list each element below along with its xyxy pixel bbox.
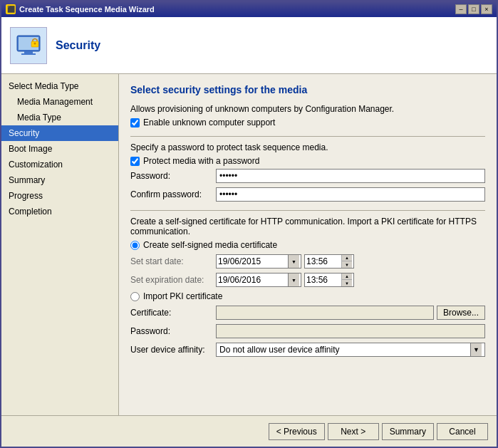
user-affinity-value: Do not allow user device affinity <box>219 345 340 355</box>
close-button[interactable]: × <box>481 4 492 14</box>
import-pki-radio[interactable] <box>130 292 140 301</box>
expiry-date-label: Set expiration date: <box>130 275 216 285</box>
protect-media-label: Protect media with a password <box>143 156 259 166</box>
password-label: Password: <box>130 171 216 181</box>
pki-password-row: Password: <box>130 324 485 338</box>
start-time-value: 13:56 <box>306 256 328 266</box>
password-row: Password: <box>130 169 485 183</box>
browse-button[interactable]: Browse... <box>437 306 485 320</box>
expiry-date-combo[interactable]: 19/06/2016 ▼ <box>216 273 301 287</box>
user-affinity-label: User device affinity: <box>130 345 216 355</box>
sidebar-item-customization[interactable]: Customization <box>1 157 118 172</box>
password-section: Specify a password to protect task seque… <box>130 142 485 202</box>
divider1 <box>130 136 485 137</box>
svg-point-5 <box>34 42 36 44</box>
start-time-spinner-buttons: ▲ ▼ <box>341 255 352 268</box>
start-time-up-button[interactable]: ▲ <box>342 255 352 261</box>
divider2 <box>130 210 485 211</box>
content-area: Select security settings for the media A… <box>119 74 497 415</box>
section2-text: Specify a password to protect task seque… <box>130 142 485 152</box>
pki-password-input[interactable] <box>216 324 485 338</box>
wizard-window: ⬛ Create Task Sequence Media Wizard – □ … <box>0 0 498 448</box>
start-time-down-button[interactable]: ▼ <box>342 261 352 268</box>
pki-password-label: Password: <box>130 326 216 336</box>
certificate-row: Certificate: Browse... <box>130 306 485 320</box>
sidebar-item-progress[interactable]: Progress <box>1 188 118 204</box>
import-pki-label: Import PKI certificate <box>143 291 222 301</box>
unknown-computer-section: Allows provisioning of unknown computers… <box>130 104 485 127</box>
wizard-icon <box>10 27 47 64</box>
content-title: Select security settings for the media <box>130 84 485 95</box>
svg-rect-3 <box>21 53 36 55</box>
confirm-password-input[interactable] <box>216 187 485 202</box>
create-cert-row: Create self-signed media certificate <box>130 240 485 250</box>
header-title: Security <box>56 39 100 52</box>
svg-rect-2 <box>24 51 33 53</box>
sidebar-item-media-management[interactable]: Media Management <box>1 94 118 110</box>
expiry-date-row: Set expiration date: 19/06/2016 ▼ 13:56 … <box>130 273 485 287</box>
expiry-date-value: 19/06/2016 <box>218 275 261 285</box>
start-date-dropdown-icon[interactable]: ▼ <box>288 255 299 268</box>
protect-media-checkbox[interactable] <box>130 157 140 166</box>
confirm-password-label: Confirm password: <box>130 189 216 199</box>
start-date-value: 19/06/2015 <box>218 256 261 266</box>
user-affinity-dropdown-icon[interactable]: ▼ <box>470 343 482 356</box>
create-cert-radio[interactable] <box>130 241 140 250</box>
create-cert-label: Create self-signed media certificate <box>143 240 277 250</box>
expiry-time-spinner-buttons: ▲ ▼ <box>341 274 352 286</box>
enable-unknown-label: Enable unknown computer support <box>143 118 275 127</box>
title-controls: – □ × <box>455 4 492 14</box>
next-button[interactable]: Next > <box>328 423 379 440</box>
section3-text: Create a self-signed certificate for HTT… <box>130 217 485 236</box>
expiry-time-value: 13:56 <box>306 275 328 285</box>
start-time-spinner: 13:56 ▲ ▼ <box>304 254 354 269</box>
certificate-section: Create a self-signed certificate for HTT… <box>130 217 485 357</box>
minimize-button[interactable]: – <box>455 4 467 14</box>
app-icon: ⬛ <box>6 4 16 14</box>
start-date-row: Set start date: 19/06/2015 ▼ 13:56 ▲ ▼ <box>130 254 485 269</box>
cancel-button[interactable]: Cancel <box>437 423 488 440</box>
expiry-date-dropdown-icon[interactable]: ▼ <box>288 274 299 286</box>
title-bar: ⬛ Create Task Sequence Media Wizard – □ … <box>1 1 497 17</box>
wizard-footer: < Previous Next > Summary Cancel <box>1 415 497 447</box>
protect-media-row: Protect media with a password <box>130 156 485 166</box>
summary-button[interactable]: Summary <box>382 423 434 440</box>
enable-unknown-row: Enable unknown computer support <box>130 118 485 127</box>
certificate-label: Certificate: <box>130 308 216 318</box>
expiry-time-up-button[interactable]: ▲ <box>342 274 352 280</box>
import-pki-row: Import PKI certificate <box>130 291 485 301</box>
title-bar-left: ⬛ Create Task Sequence Media Wizard <box>6 4 155 14</box>
sidebar-item-boot-image[interactable]: Boot Image <box>1 141 118 157</box>
sidebar-item-completion[interactable]: Completion <box>1 204 118 219</box>
section1-text: Allows provisioning of unknown computers… <box>130 104 485 114</box>
previous-button[interactable]: < Previous <box>269 423 325 440</box>
expiry-time-spinner: 13:56 ▲ ▼ <box>304 273 354 287</box>
enable-unknown-checkbox[interactable] <box>130 118 140 127</box>
sidebar-item-select-media-type[interactable]: Select Media Type <box>1 78 118 94</box>
password-input[interactable] <box>216 169 485 183</box>
user-affinity-row: User device affinity: Do not allow user … <box>130 343 485 357</box>
wizard-header: Security <box>1 17 497 74</box>
window-title: Create Task Sequence Media Wizard <box>19 5 155 14</box>
sidebar-item-summary[interactable]: Summary <box>1 172 118 188</box>
sidebar: Select Media Type Media Management Media… <box>1 74 119 415</box>
start-date-label: Set start date: <box>130 256 216 266</box>
start-date-combo[interactable]: 19/06/2015 ▼ <box>216 254 301 269</box>
main-area: Select Media Type Media Management Media… <box>1 74 497 415</box>
sidebar-item-security[interactable]: Security <box>1 125 118 141</box>
sidebar-item-media-type[interactable]: Media Type <box>1 110 118 125</box>
expiry-time-down-button[interactable]: ▼ <box>342 280 352 286</box>
maximize-button[interactable]: □ <box>468 4 479 14</box>
certificate-input[interactable] <box>216 306 434 320</box>
user-affinity-dropdown[interactable]: Do not allow user device affinity ▼ <box>216 343 485 357</box>
confirm-password-row: Confirm password: <box>130 187 485 202</box>
